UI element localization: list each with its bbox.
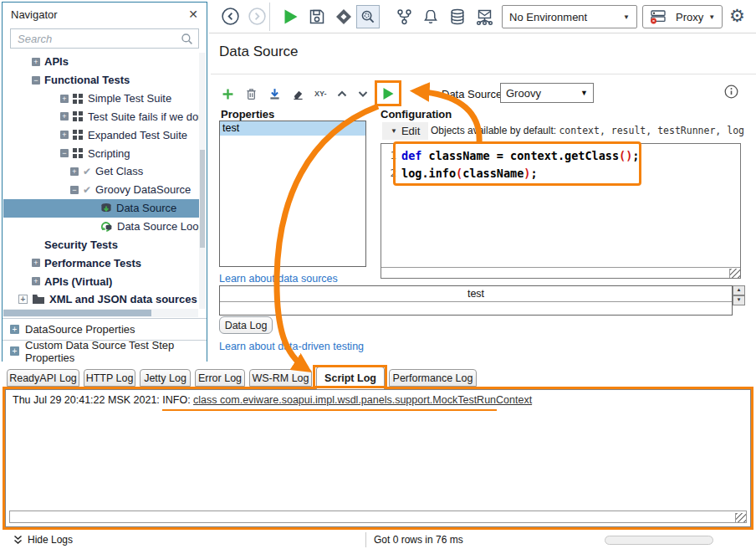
- settings-gear-icon[interactable]: ⚙: [729, 7, 745, 24]
- tab-jetty-log[interactable]: Jetty Log: [140, 369, 191, 387]
- tree-item-groovy-datasource[interactable]: − ✔ Groovy DataSource: [3, 181, 200, 199]
- chevron-down-icon: ▼: [708, 13, 715, 21]
- search-input[interactable]: [16, 32, 181, 46]
- data-source-icon: [100, 203, 112, 214]
- proxy-server-icon: [650, 10, 667, 24]
- expander-plus-icon[interactable]: +: [60, 131, 69, 139]
- expander-plus-icon[interactable]: +: [18, 295, 28, 304]
- move-up-icon[interactable]: [336, 89, 348, 99]
- expander-plus-icon[interactable]: +: [60, 112, 69, 121]
- tree-item-apis-virtual[interactable]: + APIs (Virtual): [3, 272, 200, 290]
- tree-item-performance-tests[interactable]: + Performance Tests: [3, 254, 200, 272]
- spinner-down-icon[interactable]: ▼: [733, 295, 745, 305]
- expand-section-icon[interactable]: +: [10, 325, 19, 334]
- hide-logs-button[interactable]: Hide Logs: [13, 531, 73, 549]
- expander-minus-icon[interactable]: −: [60, 149, 69, 157]
- navigator-tree: + APIs − Functional Tests + Simple Test …: [3, 53, 200, 309]
- expander-plus-icon[interactable]: +: [32, 58, 40, 66]
- status-bar: Hide Logs Got 0 rows in 76 ms: [0, 531, 756, 549]
- status-message: Got 0 rows in 76 ms: [374, 531, 463, 549]
- tree-item-expanded-test-suite[interactable]: + Expanded Test Suite: [3, 126, 200, 144]
- objects-hint-values: context, result, testRunner, log: [559, 125, 744, 136]
- forward-icon[interactable]: [248, 7, 267, 26]
- spinner-up-icon[interactable]: ▲: [733, 285, 745, 295]
- chevron-down-icon: ▼: [623, 13, 630, 21]
- test-suite-icon: [73, 148, 83, 158]
- code-line-1: 1 def className = context.getClass();: [381, 146, 739, 164]
- delete-property-icon[interactable]: [244, 87, 258, 101]
- tab-http-log[interactable]: HTTP Log: [84, 369, 135, 387]
- tab-readyapi-log[interactable]: ReadyAPI Log: [7, 369, 79, 387]
- tab-script-log[interactable]: Script Log: [316, 367, 385, 389]
- expander-minus-icon[interactable]: −: [70, 186, 79, 194]
- close-icon[interactable]: ✕: [188, 8, 198, 21]
- tree-item-apis[interactable]: + APIs: [3, 53, 200, 71]
- tree-item-get-class[interactable]: + ✔ Get Class: [3, 162, 200, 181]
- datasource-toolbar: XY-: [221, 83, 369, 105]
- resize-grip-icon[interactable]: [735, 513, 746, 522]
- data-source-loop-icon: [100, 221, 113, 233]
- row-spinner[interactable]: ▲ ▼: [733, 285, 745, 305]
- add-property-icon[interactable]: [221, 87, 235, 101]
- log-entry-link[interactable]: class com.eviware.soapui.impl.wsdl.panel…: [193, 394, 532, 406]
- section-custom-datasource-properties[interactable]: + Custom Data Source Test Step Propertie…: [3, 340, 207, 362]
- proxy-button[interactable]: Proxy ▼: [642, 5, 723, 28]
- tree-item-simple-test-suite[interactable]: + Simple Test Suite: [3, 90, 200, 108]
- tree-horizontal-scrollbar[interactable]: [3, 309, 198, 317]
- tab-performance-log[interactable]: Performance Log: [389, 369, 477, 387]
- clear-values-eraser-icon[interactable]: [291, 87, 305, 101]
- sort-properties-icon[interactable]: XY-: [314, 90, 327, 98]
- groovy-code-editor[interactable]: 1 def className = context.getClass(); 2 …: [381, 143, 741, 279]
- log-horizontal-scrollbar[interactable]: [9, 511, 747, 523]
- tree-vertical-scrollbar[interactable]: [199, 53, 206, 309]
- inspect-gear-icon[interactable]: [356, 5, 380, 28]
- expander-plus-icon[interactable]: +: [70, 167, 79, 176]
- result-table-header: test: [220, 286, 732, 302]
- property-item-test[interactable]: test: [220, 121, 365, 136]
- expander-plus-icon[interactable]: +: [32, 259, 40, 267]
- tree-item-data-source[interactable]: Data Source: [3, 199, 200, 218]
- tab-error-log[interactable]: Error Log: [195, 369, 245, 387]
- tree-item-functional-tests[interactable]: − Functional Tests: [3, 71, 200, 90]
- log-entry: Thu Jul 29 20:41:22 MSK 2021: INFO: clas…: [13, 394, 532, 406]
- mail-network-icon[interactable]: [475, 8, 494, 26]
- back-icon[interactable]: [221, 7, 240, 26]
- tree-item-xml-json-datasources[interactable]: + XML and JSON data sources sa: [3, 290, 200, 309]
- expander-plus-icon[interactable]: +: [60, 95, 69, 103]
- code-horizontal-scrollbar[interactable]: [381, 267, 740, 278]
- run-icon[interactable]: [281, 8, 299, 26]
- learn-data-sources-link[interactable]: Learn about data sources: [219, 273, 338, 285]
- tab-ws-rm-log[interactable]: WS-RM Log: [249, 369, 312, 387]
- result-table: test: [219, 285, 733, 316]
- tree-item-data-source-loop[interactable]: Data Source Loop: [3, 218, 200, 236]
- properties-list[interactable]: test: [219, 121, 366, 267]
- navigator-title: Navigator: [11, 8, 58, 21]
- tab-data-log[interactable]: Data Log: [219, 316, 273, 334]
- database-icon[interactable]: [448, 8, 467, 26]
- info-icon[interactable]: [724, 85, 738, 99]
- datasource-type-select[interactable]: Groovy ▼: [500, 83, 594, 103]
- properties-label: Properties: [221, 108, 274, 121]
- navigator-search[interactable]: [10, 28, 199, 49]
- datasource-options-gear-icon[interactable]: ⚙: [416, 85, 428, 100]
- save-icon[interactable]: [308, 8, 326, 26]
- tree-item-scripting[interactable]: − Scripting: [3, 144, 200, 162]
- expander-plus-icon[interactable]: +: [32, 277, 40, 285]
- environment-select[interactable]: No Environment ▼: [502, 5, 637, 28]
- tree-item-security-tests[interactable]: Security Tests: [3, 235, 200, 254]
- learn-data-driven-link[interactable]: Learn about data-driven testing: [219, 341, 364, 352]
- move-down-icon[interactable]: [357, 89, 369, 99]
- import-properties-icon[interactable]: [268, 87, 282, 101]
- section-datasource-properties[interactable]: + DataSource Properties: [3, 318, 207, 340]
- branch-icon[interactable]: [395, 8, 413, 26]
- resize-grip-icon[interactable]: [729, 269, 740, 278]
- expand-section-icon[interactable]: +: [10, 346, 19, 356]
- jira-icon[interactable]: [335, 8, 353, 26]
- navigator-panel: Navigator ✕ + APIs − Functional Tests + …: [2, 2, 207, 362]
- edit-button[interactable]: ▼ Edit: [382, 122, 428, 140]
- datasource-panel: Data Source: [211, 34, 756, 367]
- notifications-bell-icon[interactable]: [421, 8, 440, 26]
- test-suite-icon: [73, 130, 83, 140]
- tree-item-test-suite-fails[interactable]: + Test Suite fails if we don't: [3, 108, 200, 126]
- expander-minus-icon[interactable]: −: [32, 76, 40, 85]
